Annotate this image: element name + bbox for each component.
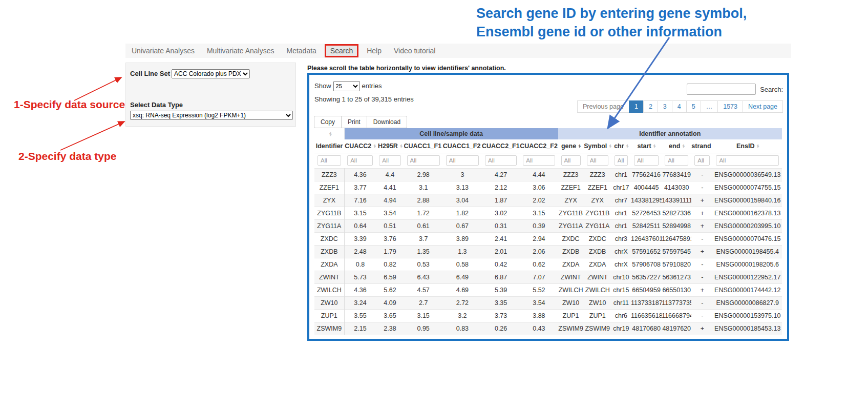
data-type-select[interactable]: xsq: RNA-seq Expression (log2 FPKM+1) [130, 111, 293, 120]
cell-cuacc1-f1: 4.57 [404, 283, 443, 296]
column-header-cuacc2-f1[interactable]: CUACC2_F1▴▾ [482, 139, 520, 153]
column-header-cuacc2[interactable]: CUACC2▴▾ [344, 139, 376, 153]
table-row: ZW103.244.092.72.723.353.54ZW10ZW10chr11… [314, 296, 782, 309]
filter-input-cuacc2[interactable] [347, 155, 373, 166]
cell-cuacc1-f2: 1.82 [443, 207, 482, 219]
filter-input-cuacc1-f1[interactable] [407, 155, 440, 166]
cell-chr: chrX [611, 245, 631, 258]
cell-gene: ZWINT [558, 271, 584, 283]
cell-cuacc1-f2: 0.67 [443, 219, 482, 232]
filter-input-cuacc2-f2[interactable] [523, 155, 555, 166]
search-input[interactable] [687, 84, 756, 95]
filter-input-ensid[interactable] [716, 155, 779, 166]
cell-start: 77562416 [631, 168, 662, 181]
filter-input-symbol[interactable] [587, 155, 608, 166]
cell-cuacc1-f1: 3.1 [404, 181, 443, 194]
page-button-2[interactable]: 2 [643, 100, 658, 113]
cell-end: 57597545 [662, 245, 691, 258]
cell-cuacc1-f2: 3.04 [443, 194, 482, 207]
column-header-symbol[interactable]: Symbol▴▾ [584, 139, 611, 153]
table-row: ZSWIM92.152.380.950.830.260.43ZSWIM9ZSWI… [314, 322, 782, 335]
nav-item-help[interactable]: Help [361, 47, 388, 55]
cell-cuacc2-f1: 0.26 [482, 322, 520, 335]
cell-identifier: ZXDC [314, 232, 344, 245]
filter-input-h295r[interactable] [379, 155, 400, 166]
page-button-5[interactable]: 5 [686, 100, 701, 113]
cell-cuacc2: 3.55 [344, 309, 376, 322]
cell-end: 48197620 [662, 322, 691, 335]
cell-start: 143381295 [631, 194, 662, 207]
cell-strand: - [691, 309, 713, 322]
filter-input-start[interactable] [634, 155, 659, 166]
nav-item-metadata[interactable]: Metadata [280, 47, 322, 55]
cell-symbol: ZZZ3 [584, 168, 611, 181]
cell-h295r: 4.94 [376, 194, 404, 207]
column-header-h295r[interactable]: H295R▴▾ [376, 139, 404, 153]
cell-chr: chrX [611, 258, 631, 271]
column-header-identifier[interactable]: Identifier [314, 139, 344, 153]
cell-cuacc2: 3.39 [344, 232, 376, 245]
next-page-button[interactable]: Next page [743, 100, 783, 113]
table-search-control: Search: [687, 84, 783, 95]
cell-cuacc1-f1: 0.95 [404, 322, 443, 335]
cell-cuacc1-f2: 0.58 [443, 258, 482, 271]
page-button-1[interactable]: 1 [629, 100, 644, 113]
column-header-end[interactable]: end▴▾ [662, 139, 691, 153]
page-ellipsis: … [701, 100, 718, 113]
column-header-cuacc1-f1[interactable]: CUACC1_F1▴▾ [404, 139, 443, 153]
filter-input-end[interactable] [665, 155, 688, 166]
filter-input-identifier[interactable] [317, 155, 341, 166]
cell-symbol: ZYG11A [584, 219, 611, 232]
annotation-step1: 1-Specify data source [14, 98, 125, 111]
prev-page-button[interactable]: Previous page [577, 100, 629, 113]
filter-cell-strand [691, 153, 713, 168]
cell-ensid: ENSG00000122952.17 [713, 271, 782, 283]
filter-input-cuacc1-f2[interactable] [446, 155, 479, 166]
table-row: ZUP13.553.653.153.23.733.88ZUP1ZUP1chr61… [314, 309, 782, 322]
column-header-chr[interactable]: chr▴▾ [611, 139, 631, 153]
column-header-cuacc1-f2[interactable]: CUACC1_F2▴▾ [443, 139, 482, 153]
column-header-strand[interactable]: strand▴▾ [691, 139, 713, 153]
filter-cell-cuacc2-f2 [520, 153, 558, 168]
column-header-ensid[interactable]: EnsID▴▾ [713, 139, 782, 153]
cell-cuacc2-f2: 0.62 [520, 258, 558, 271]
sort-icon: ▴▾ [373, 144, 375, 149]
page-length-select[interactable]: 25 [333, 81, 360, 91]
cell-gene: ZW10 [558, 296, 584, 309]
filter-input-chr[interactable] [615, 155, 628, 166]
table-row: ZWINT5.736.596.436.496.877.07ZWINTZWINTc… [314, 271, 782, 283]
cell-line-set-select[interactable]: ACC Colorado plus PDX [172, 69, 250, 78]
page-button-1573[interactable]: 1573 [717, 100, 743, 113]
cell-cuacc2: 7.16 [344, 194, 376, 207]
cell-cuacc1-f1: 2.7 [404, 296, 443, 309]
download-button[interactable]: Download [367, 116, 407, 128]
filter-input-gene[interactable] [561, 155, 581, 166]
column-header-gene[interactable]: gene▴▾ [558, 139, 584, 153]
page-button-3[interactable]: 3 [658, 100, 672, 113]
cell-gene: ZZEF1 [558, 181, 584, 194]
cell-h295r: 0.82 [376, 258, 404, 271]
cell-gene: ZYG11B [558, 207, 584, 219]
filter-cell-cuacc1-f2 [443, 153, 482, 168]
filter-cell-gene [558, 153, 584, 168]
column-header-cuacc2-f2[interactable]: CUACC2_F2▴▾ [520, 139, 558, 153]
filter-input-strand[interactable] [694, 155, 710, 166]
page-button-4[interactable]: 4 [672, 100, 687, 113]
group-header-spacer[interactable]: ▴▾ [314, 128, 344, 139]
nav-item-univariate-analyses[interactable]: Univariate Analyses [125, 47, 201, 55]
cell-cuacc2-f2: 3.06 [520, 181, 558, 194]
nav-item-video-tutorial[interactable]: Video tutorial [388, 47, 441, 55]
column-header-start[interactable]: start▴▾ [631, 139, 662, 153]
cell-cuacc2-f2: 4.44 [520, 168, 558, 181]
nav-item-multivariate-analyses[interactable]: Multivariate Analyses [201, 47, 281, 55]
nav-item-search[interactable]: Search [325, 44, 358, 57]
print-button[interactable]: Print [341, 116, 367, 128]
cell-start: 113733187 [631, 296, 662, 309]
cell-chr: chr3 [611, 232, 631, 245]
copy-button[interactable]: Copy [314, 116, 342, 128]
cell-identifier: ZWILCH [314, 283, 344, 296]
cell-h295r: 6.59 [376, 271, 404, 283]
entries-label: entries [362, 82, 382, 90]
cell-identifier: ZYG11B [314, 207, 344, 219]
filter-input-cuacc2-f1[interactable] [485, 155, 517, 166]
